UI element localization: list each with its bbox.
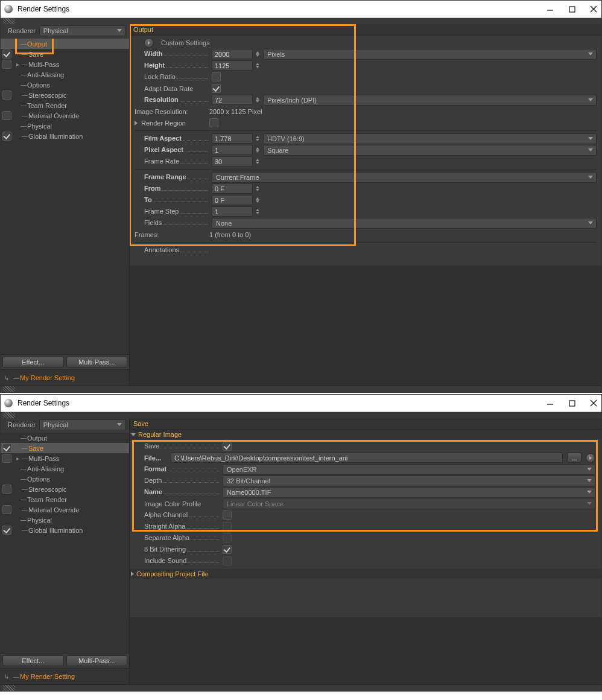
minimize-button[interactable]	[546, 5, 554, 13]
sidebar-item-checkbox[interactable]	[2, 91, 11, 100]
resolution-input[interactable]: 72	[212, 95, 253, 105]
sidebar-item-checkbox[interactable]	[2, 505, 11, 514]
panel-title: Save	[130, 418, 601, 430]
frame-step-spinner[interactable]	[256, 206, 261, 217]
minimize-button[interactable]	[546, 399, 554, 407]
app-icon	[4, 399, 13, 407]
sidebar-item-material-override[interactable]: —Material Override	[1, 110, 129, 121]
sidebar-item-save[interactable]: —Save	[1, 443, 129, 453]
my-render-setting[interactable]: ↳ — My Render Setting	[1, 668, 129, 684]
height-input[interactable]: 1125	[212, 60, 253, 71]
renderer-select[interactable]: Physical	[39, 25, 125, 36]
sidebar-item-checkbox[interactable]	[2, 526, 11, 535]
fields-select[interactable]: None	[212, 218, 597, 229]
frame-step-input[interactable]: 1	[212, 206, 253, 217]
width-input[interactable]: 2000	[212, 49, 253, 59]
resolution-spinner[interactable]	[256, 95, 261, 105]
pixel-aspect-spinner[interactable]	[256, 145, 261, 155]
sidebar-item-options[interactable]: —Options	[1, 474, 129, 484]
grip-handle[interactable]	[3, 386, 15, 392]
render-region-checkbox[interactable]	[209, 118, 218, 127]
file-path-input[interactable]: C:\Users\Rebus_Dirk\Desktop\compression\…	[171, 453, 563, 463]
save-checkbox[interactable]	[223, 442, 232, 451]
sidebar-item-checkbox[interactable]	[2, 454, 11, 463]
grip-handle[interactable]	[3, 685, 15, 691]
render-region-expand-icon[interactable]	[135, 121, 138, 126]
resolution-unit-select[interactable]: Pixels/Inch (DPI)	[263, 95, 597, 106]
lock-ratio-checkbox[interactable]	[212, 72, 221, 81]
compositing-project-file-header[interactable]: Compositing Project File	[130, 569, 601, 579]
to-input[interactable]: 0 F	[212, 195, 253, 205]
close-button[interactable]	[589, 5, 598, 13]
maximize-button[interactable]	[568, 399, 576, 407]
image-resolution-label: Image Resolution:	[135, 108, 207, 115]
sidebar-item-material-override[interactable]: —Material Override	[1, 504, 129, 515]
sidebar-item-multi-pass[interactable]: ▸—Multi-Pass	[1, 453, 129, 463]
save-panel: Save Regular Image Save File... C:\Users…	[130, 418, 601, 684]
file-menu-button[interactable]	[586, 453, 595, 463]
sidebar-item-checkbox[interactable]	[2, 111, 11, 120]
sidebar-item-checkbox[interactable]	[2, 60, 11, 69]
name-select[interactable]: Name0000.TIF	[223, 487, 595, 498]
width-spinner[interactable]	[256, 49, 261, 59]
sidebar-item-save[interactable]: —Save	[1, 49, 129, 59]
sidebar-item-anti-aliasing[interactable]: —Anti-Aliasing	[1, 69, 129, 80]
sidebar-item-global-illumination[interactable]: —Global Illumination	[1, 131, 129, 141]
sidebar-item-global-illumination[interactable]: —Global Illumination	[1, 525, 129, 535]
depth-select[interactable]: 32 Bit/Channel	[223, 476, 595, 486]
height-spinner[interactable]	[256, 60, 261, 71]
pixel-aspect-preset-select[interactable]: Square	[263, 145, 597, 156]
titlebar[interactable]: Render Settings	[1, 1, 601, 18]
film-aspect-input[interactable]: 1.778	[212, 133, 253, 144]
sidebar-item-label: Multi-Pass	[28, 455, 59, 462]
close-button[interactable]	[589, 399, 598, 407]
multipass-button[interactable]: Multi-Pass...	[66, 655, 128, 666]
sidebar-item-output[interactable]: —Output	[1, 39, 129, 49]
multipass-button[interactable]: Multi-Pass...	[66, 357, 128, 368]
regular-image-header[interactable]: Regular Image	[130, 430, 601, 439]
sidebar-item-label: Global Illumination	[28, 527, 83, 534]
renderer-select[interactable]: Physical	[39, 419, 125, 430]
sidebar-item-label: Save	[28, 445, 43, 452]
my-render-setting[interactable]: ↳ — My Render Setting	[1, 369, 129, 386]
from-spinner[interactable]	[256, 183, 261, 194]
preset-button[interactable]	[144, 38, 154, 48]
frame-range-select[interactable]: Current Frame	[212, 172, 597, 183]
sidebar-item-output[interactable]: —Output	[1, 433, 129, 443]
sidebar-item-anti-aliasing[interactable]: —Anti-Aliasing	[1, 463, 129, 474]
sidebar-item-checkbox[interactable]	[2, 485, 11, 494]
file-browse-button[interactable]: ...	[567, 453, 581, 463]
film-aspect-preset-select[interactable]: HDTV (16:9)	[263, 133, 597, 144]
sidebar-item-label: Output	[27, 40, 47, 48]
dithering-checkbox[interactable]	[223, 545, 232, 554]
frame-rate-spinner[interactable]	[256, 156, 261, 167]
sidebar-item-multi-pass[interactable]: ▸—Multi-Pass	[1, 59, 129, 69]
sidebar-item-team-render[interactable]: —Team Render	[1, 100, 129, 110]
frame-rate-input[interactable]: 30	[212, 156, 253, 167]
pixel-aspect-input[interactable]: 1	[212, 145, 253, 155]
straight-alpha-checkbox	[223, 522, 232, 531]
sidebar-item-checkbox[interactable]	[2, 444, 11, 453]
sidebar-item-physical[interactable]: —Physical	[1, 121, 129, 131]
maximize-button[interactable]	[568, 5, 576, 13]
sidebar-item-stereoscopic[interactable]: —Stereoscopic	[1, 484, 129, 494]
sidebar-item-physical[interactable]: —Physical	[1, 515, 129, 525]
sidebar-item-checkbox[interactable]	[2, 132, 11, 141]
grip-handle[interactable]	[3, 412, 15, 418]
film-aspect-spinner[interactable]	[256, 133, 261, 144]
sidebar-item-checkbox[interactable]	[2, 49, 11, 59]
sidebar-item-stereoscopic[interactable]: —Stereoscopic	[1, 90, 129, 100]
adapt-data-rate-checkbox[interactable]	[212, 84, 221, 93]
from-input[interactable]: 0 F	[212, 183, 253, 194]
renderer-label: Renderer	[8, 27, 36, 34]
sidebar-item-team-render[interactable]: —Team Render	[1, 494, 129, 504]
width-unit-select[interactable]: Pixels	[263, 49, 597, 60]
sidebar-item-options[interactable]: —Options	[1, 80, 129, 90]
to-spinner[interactable]	[256, 195, 261, 205]
format-select[interactable]: OpenEXR	[223, 464, 595, 475]
alpha-channel-checkbox[interactable]	[223, 511, 232, 520]
titlebar[interactable]: Render Settings	[1, 395, 601, 412]
effect-button[interactable]: Effect...	[2, 655, 64, 666]
grip-handle[interactable]	[3, 18, 15, 24]
effect-button[interactable]: Effect...	[2, 357, 64, 368]
